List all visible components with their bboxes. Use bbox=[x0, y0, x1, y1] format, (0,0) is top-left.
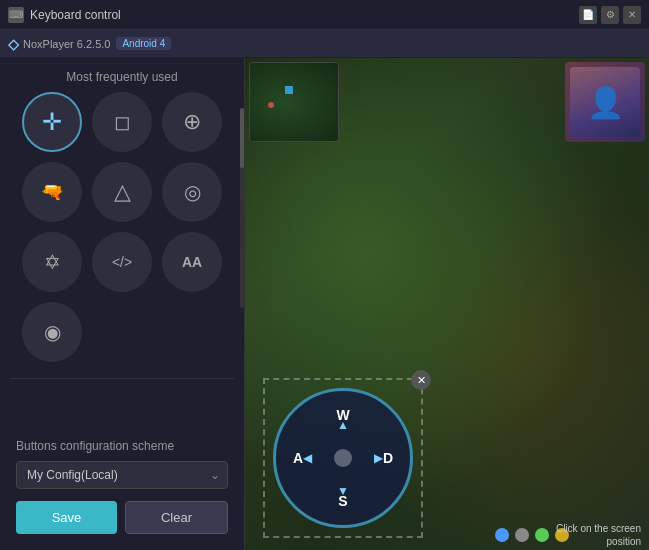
config-label: Buttons configuration scheme bbox=[16, 439, 228, 453]
divider bbox=[10, 378, 234, 379]
nox-logo: ◇ NoxPlayer 6.2.5.0 bbox=[8, 36, 110, 52]
wasd-center-dot bbox=[334, 449, 352, 467]
game-area[interactable]: 👤 ✕ W S A D ▲ ▼ ◀ ▶ bbox=[245, 58, 649, 550]
icon-joystick[interactable]: ✛ bbox=[22, 92, 82, 152]
main-area: Most frequently used ✛ ◻ ⊕ 🔫 △ ◎ bbox=[0, 58, 649, 550]
status-dot-2 bbox=[515, 528, 529, 542]
title-bar-file-icon[interactable]: 📄 bbox=[579, 6, 597, 24]
config-select[interactable]: My Config(Local) Default bbox=[16, 461, 228, 489]
status-dot-3 bbox=[535, 528, 549, 542]
arrow-right-icon: ▶ bbox=[374, 451, 383, 465]
title-bar-close-button[interactable]: ✕ bbox=[623, 6, 641, 24]
icon-eye[interactable]: ◉ bbox=[22, 302, 82, 362]
click-hint-line1: Click on the screen bbox=[556, 523, 641, 534]
wasd-close-button[interactable]: ✕ bbox=[411, 370, 431, 390]
click-hint: Click on the screen position bbox=[556, 522, 641, 548]
nox-bar: ◇ NoxPlayer 6.2.5.0 Android 4 bbox=[0, 30, 649, 58]
title-bar: ⌨ Keyboard control 📄 ⚙ ✕ bbox=[0, 0, 649, 30]
mini-map bbox=[249, 62, 339, 142]
scrollbar[interactable] bbox=[240, 108, 244, 308]
icon-star[interactable]: ✡ bbox=[22, 232, 82, 292]
wasd-inner: W S A D ▲ ▼ ◀ ▶ bbox=[273, 388, 413, 528]
icon-code[interactable]: </> bbox=[92, 232, 152, 292]
wasd-d-label: D bbox=[383, 451, 393, 465]
game-background: 👤 ✕ W S A D ▲ ▼ ◀ ▶ bbox=[245, 58, 649, 550]
title-bar-text: Keyboard control bbox=[30, 8, 573, 22]
wasd-arrows: W S A D ▲ ▼ ◀ ▶ bbox=[293, 408, 393, 508]
wasd-a-label: A bbox=[293, 451, 303, 465]
wasd-overlay[interactable]: ✕ W S A D ▲ ▼ ◀ ▶ bbox=[263, 378, 423, 538]
title-bar-settings-icon[interactable]: ⚙ bbox=[601, 6, 619, 24]
config-select-wrap: My Config(Local) Default ⌄ bbox=[16, 461, 228, 489]
title-bar-controls: 📄 ⚙ ✕ bbox=[579, 6, 641, 24]
arrow-up-icon: ▲ bbox=[337, 418, 349, 432]
left-panel: Most frequently used ✛ ◻ ⊕ 🔫 △ ◎ bbox=[0, 58, 245, 550]
status-dot-1 bbox=[495, 528, 509, 542]
android-badge: Android 4 bbox=[116, 37, 171, 50]
icon-triangle[interactable]: △ bbox=[92, 162, 152, 222]
arrow-down-icon: ▼ bbox=[337, 484, 349, 498]
portrait-image: 👤 bbox=[570, 67, 640, 137]
icon-text[interactable]: AA bbox=[162, 232, 222, 292]
arrow-left-icon: ◀ bbox=[303, 451, 312, 465]
icon-target[interactable]: ⊕ bbox=[162, 92, 222, 152]
most-used-label: Most frequently used bbox=[0, 58, 244, 92]
minimap-marker bbox=[285, 86, 293, 94]
config-buttons: Save Clear bbox=[16, 501, 228, 534]
icon-weapon[interactable]: 🔫 bbox=[22, 162, 82, 222]
click-hint-line2: position bbox=[607, 536, 641, 547]
config-section: Buttons configuration scheme My Config(L… bbox=[0, 439, 244, 550]
save-button[interactable]: Save bbox=[16, 501, 117, 534]
clear-button[interactable]: Clear bbox=[125, 501, 228, 534]
scroll-thumb[interactable] bbox=[240, 108, 244, 168]
icon-grid: ✛ ◻ ⊕ 🔫 △ ◎ ✡ </> bbox=[0, 92, 244, 362]
minimap-enemy bbox=[268, 102, 274, 108]
icon-touch[interactable]: ◻ bbox=[92, 92, 152, 152]
character-portrait: 👤 bbox=[565, 62, 645, 142]
nox-version: NoxPlayer 6.2.5.0 bbox=[23, 38, 110, 50]
icon-location[interactable]: ◎ bbox=[162, 162, 222, 222]
nox-logo-symbol: ◇ bbox=[8, 36, 19, 52]
keyboard-icon: ⌨ bbox=[8, 7, 24, 23]
